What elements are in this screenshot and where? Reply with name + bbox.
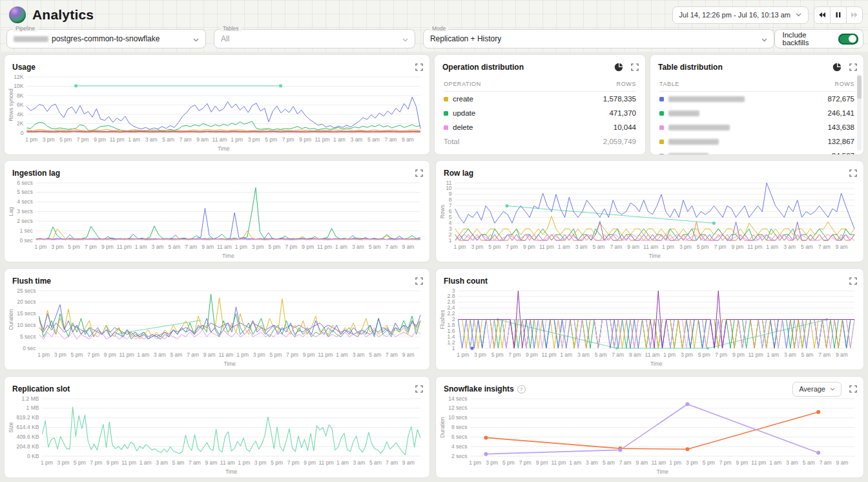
svg-text:11 am: 11 am <box>218 351 233 358</box>
snowflake-insights-card: Snowflake insights ? Average 2 secs4 sec… <box>435 376 864 478</box>
svg-text:11 pm: 11 pm <box>119 351 134 358</box>
svg-text:1 am: 1 am <box>558 244 570 250</box>
svg-text:2 secs: 2 secs <box>17 218 33 224</box>
expand-button[interactable] <box>849 169 857 177</box>
svg-text:8 secs: 8 secs <box>451 424 468 430</box>
svg-text:1 am: 1 am <box>336 459 349 466</box>
svg-text:3 pm: 3 pm <box>679 244 692 250</box>
svg-text:11 pm: 11 pm <box>315 136 330 143</box>
table-row: 132,867 <box>659 134 854 149</box>
svg-text:11 am: 11 am <box>643 244 658 250</box>
svg-text:11: 11 <box>446 180 452 186</box>
toggle-on-icon <box>838 34 858 45</box>
svg-text:5 pm: 5 pm <box>703 459 715 466</box>
pie-chart-icon <box>832 63 842 72</box>
table-row: 872,675 <box>659 92 854 106</box>
svg-text:1 pm: 1 pm <box>236 351 249 358</box>
table-rows-value: 246,141 <box>827 109 854 117</box>
card-title: Snowflake insights <box>444 384 514 393</box>
svg-text:7 am: 7 am <box>187 351 199 358</box>
svg-text:11 pm: 11 pm <box>542 351 557 358</box>
svg-text:9 pm: 9 pm <box>107 459 119 466</box>
svg-text:11 pm: 11 pm <box>117 244 132 250</box>
svg-text:1.8: 1.8 <box>448 322 455 328</box>
series-swatch <box>444 125 448 130</box>
svg-text:10K: 10K <box>14 83 23 89</box>
svg-text:10 secs: 10 secs <box>448 414 467 421</box>
rewind-icon <box>818 12 826 18</box>
expand-button[interactable] <box>415 63 423 71</box>
svg-text:3 pm: 3 pm <box>252 244 264 250</box>
svg-text:Rows: Rows <box>439 205 446 218</box>
card-title: Operation distribution <box>442 63 524 72</box>
expand-button[interactable] <box>415 169 423 177</box>
expand-icon <box>849 385 857 393</box>
svg-text:1 pm: 1 pm <box>457 351 469 358</box>
brand: Analytics <box>9 6 94 23</box>
dashboard-grid: Usage 02K4K6K8K10K12K1 pm3 pm5 pm7 pm9 p… <box>0 52 868 478</box>
tables-select[interactable]: Tables All <box>214 29 415 48</box>
column-rows: ROWS <box>835 81 854 87</box>
header: Analytics Jul 14, 12:26 pm - Jul 16, 10:… <box>0 0 868 30</box>
svg-text:3 am: 3 am <box>353 351 365 358</box>
pipeline-select[interactable]: Pipeline postgres-common-to-snowflake <box>6 29 206 48</box>
table-rows-value: 872,675 <box>827 95 854 103</box>
expand-icon <box>849 277 857 285</box>
svg-text:819.2 KB: 819.2 KB <box>16 414 39 421</box>
table-distribution-card: Table distribution TABLE ROWS 872,675246… <box>650 54 864 155</box>
svg-text:Time: Time <box>649 253 661 259</box>
svg-text:11 pm: 11 pm <box>747 244 762 250</box>
svg-text:5 am: 5 am <box>369 351 381 358</box>
expand-button[interactable] <box>415 277 423 285</box>
svg-text:7 am: 7 am <box>612 351 624 358</box>
include-backfills-toggle[interactable]: Include backfills <box>774 29 864 48</box>
svg-text:11 am: 11 am <box>651 459 666 466</box>
help-icon[interactable]: ? <box>517 385 526 393</box>
svg-text:1.6: 1.6 <box>448 328 455 334</box>
svg-text:1: 1 <box>449 237 452 244</box>
svg-text:9 pm: 9 pm <box>304 459 316 466</box>
svg-text:204.8 KB: 204.8 KB <box>16 443 39 450</box>
flushcount-plot: 11.21.41.61.822.22.42.62.831 pm3 pm5 pm7… <box>439 286 858 368</box>
svg-text:1 am: 1 am <box>128 136 140 143</box>
include-backfills-label: Include backfills <box>783 31 833 47</box>
svg-text:7 pm: 7 pm <box>286 351 298 358</box>
expand-button[interactable] <box>849 277 857 285</box>
svg-text:5 pm: 5 pm <box>269 244 281 250</box>
svg-text:7 pm: 7 pm <box>87 351 99 358</box>
pie-chart-toggle-button[interactable] <box>614 63 623 72</box>
svg-text:3 pm: 3 pm <box>681 351 693 358</box>
series-swatch <box>659 125 664 130</box>
svg-text:5 am: 5 am <box>162 136 174 143</box>
expand-button[interactable] <box>415 385 423 393</box>
scrollbar[interactable] <box>857 74 862 151</box>
expand-button[interactable] <box>849 63 857 71</box>
operation-name: delete <box>453 123 473 131</box>
expand-icon <box>849 63 857 71</box>
svg-text:Lag: Lag <box>8 207 14 216</box>
scrollbar-thumb[interactable] <box>857 76 862 99</box>
usage-card: Usage 02K4K6K8K10K12K1 pm3 pm5 pm7 pm9 p… <box>4 54 430 155</box>
usage-chart: 02K4K6K8K10K12K1 pm3 pm5 pm7 pm9 pm11 pm… <box>7 72 424 152</box>
operation-rows: create1,578,335update471,370delete10,044 <box>444 92 636 134</box>
pause-button[interactable] <box>830 6 847 24</box>
svg-text:3 pm: 3 pm <box>486 459 498 466</box>
svg-text:11 pm: 11 pm <box>317 244 332 250</box>
series-swatch <box>659 140 664 144</box>
expand-button[interactable] <box>631 63 639 71</box>
expand-button[interactable] <box>849 385 857 393</box>
table-rows-value: 132,867 <box>827 138 854 145</box>
filter-bar: Pipeline postgres-common-to-snowflake Ta… <box>0 30 868 52</box>
flush-time-chart: 0 sec5 secs10 secs15 secs20 secs25 secs1… <box>7 286 424 368</box>
fast-forward-button[interactable] <box>846 6 863 24</box>
date-range-picker[interactable]: Jul 14, 12:26 pm - Jul 16, 10:13 am <box>672 6 809 24</box>
svg-text:3 secs: 3 secs <box>17 208 33 215</box>
svg-text:2K: 2K <box>17 120 24 127</box>
pie-chart-toggle-button[interactable] <box>832 63 842 72</box>
svg-text:9 pm: 9 pm <box>536 459 548 466</box>
mode-select[interactable]: Mode Replication + History <box>423 29 774 48</box>
chevron-down-icon <box>761 38 767 42</box>
svg-text:9 pm: 9 pm <box>526 351 538 358</box>
svg-text:3 am: 3 am <box>586 459 598 466</box>
rewind-button[interactable] <box>814 6 831 24</box>
